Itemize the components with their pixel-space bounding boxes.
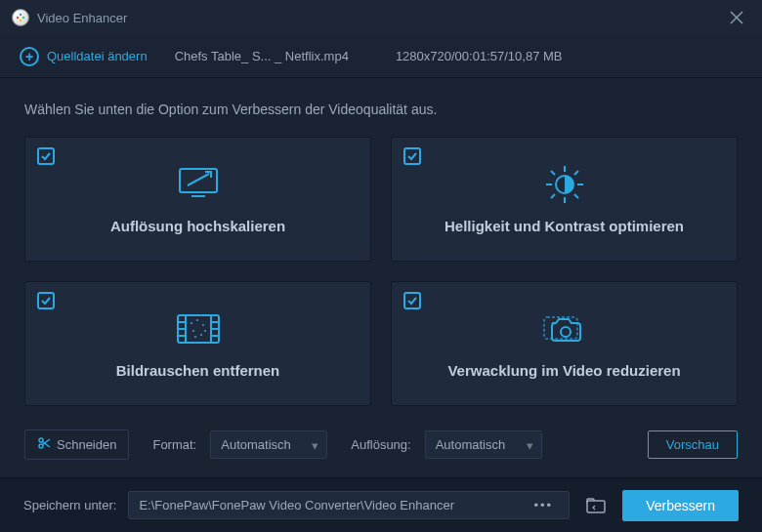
source-bar: + Quelldatei ändern Chefs Table_ S... _ …	[0, 35, 762, 78]
chevron-down-icon: ▾	[527, 437, 533, 452]
checkbox-brightness[interactable]	[403, 147, 421, 165]
preview-button[interactable]: Vorschau	[648, 430, 738, 459]
footer-bar: Speichern unter: E:\FonePaw\FonePaw Vide…	[0, 477, 762, 532]
card-label: Auflösung hochskalieren	[110, 218, 285, 234]
folder-icon	[586, 498, 606, 513]
browse-button[interactable]: •••	[529, 498, 560, 512]
option-cards: Auflösung hochskalieren Helligkeit und K…	[24, 137, 738, 406]
svg-point-0	[17, 17, 19, 19]
svg-point-35	[561, 327, 571, 337]
resolution-value: Automatisch	[436, 437, 506, 452]
svg-rect-34	[544, 317, 577, 339]
source-meta: 1280x720/00:01:57/10,87 MB	[396, 49, 563, 63]
card-label: Verwacklung im Video reduzieren	[447, 362, 680, 379]
check-icon	[40, 295, 52, 307]
close-button[interactable]	[723, 4, 750, 31]
svg-point-3	[20, 20, 21, 21]
instruction-text: Wählen Sie unten die Option zum Verbesse…	[24, 102, 738, 117]
svg-point-36	[39, 438, 43, 442]
close-icon	[730, 11, 743, 24]
svg-point-29	[202, 324, 204, 326]
svg-point-33	[194, 336, 196, 338]
chevron-down-icon: ▾	[312, 437, 318, 452]
card-label: Helligkeit und Kontrast optimieren	[444, 218, 684, 234]
sun-icon	[543, 165, 586, 204]
enhance-button[interactable]: Verbessern	[622, 490, 739, 521]
svg-point-28	[196, 319, 198, 321]
format-label: Format:	[152, 437, 196, 452]
svg-point-31	[200, 334, 202, 336]
monitor-arrow-icon	[176, 165, 221, 204]
window-title: Video Enhancer	[37, 11, 127, 25]
svg-point-37	[39, 444, 43, 448]
card-brightness-contrast[interactable]: Helligkeit und Kontrast optimieren	[391, 137, 738, 262]
app-logo-icon	[12, 9, 29, 26]
source-filename: Chefs Table_ S... _ Netflix.mp4	[175, 49, 349, 63]
svg-line-17	[574, 171, 578, 175]
format-value: Automatisch	[221, 437, 291, 452]
check-icon	[40, 150, 52, 162]
svg-rect-40	[587, 501, 605, 512]
save-path-value: E:\FonePaw\FonePaw Video Converter\Video…	[139, 498, 454, 512]
resolution-label: Auflösung:	[351, 437, 410, 452]
svg-line-15	[574, 194, 578, 198]
svg-line-8	[188, 174, 209, 185]
check-icon	[406, 150, 418, 162]
check-icon	[406, 295, 418, 307]
change-source-button[interactable]: + Quelldatei ändern	[20, 47, 148, 66]
card-label: Bildrauschen entfernen	[116, 362, 280, 379]
checkbox-shaking[interactable]	[403, 292, 421, 309]
save-path-field[interactable]: E:\FonePaw\FonePaw Video Converter\Video…	[128, 491, 570, 519]
checkbox-noise[interactable]	[37, 292, 55, 309]
cut-button[interactable]: Schneiden	[24, 430, 129, 460]
change-source-label: Quelldatei ändern	[47, 49, 148, 63]
resolution-select[interactable]: Automatisch ▾	[425, 430, 542, 459]
svg-line-16	[551, 194, 555, 198]
save-label: Speichern unter:	[23, 498, 116, 512]
card-remove-noise[interactable]: Bildrauschen entfernen	[24, 281, 371, 406]
main-panel: Wählen Sie unten die Option zum Verbesse…	[0, 78, 762, 475]
camera-shake-icon	[538, 309, 591, 348]
scissors-icon	[37, 436, 51, 453]
plus-icon: +	[20, 47, 39, 66]
svg-point-2	[22, 17, 24, 19]
card-upscale-resolution[interactable]: Auflösung hochskalieren	[24, 137, 371, 262]
card-reduce-shaking[interactable]: Verwacklung im Video reduzieren	[391, 281, 738, 406]
checkbox-upscale[interactable]	[37, 147, 55, 165]
open-folder-button[interactable]	[581, 492, 611, 519]
titlebar: Video Enhancer	[0, 0, 762, 35]
format-select[interactable]: Automatisch ▾	[210, 430, 327, 459]
svg-point-1	[20, 14, 21, 16]
film-noise-icon	[172, 309, 225, 348]
svg-point-32	[204, 330, 206, 332]
svg-point-27	[190, 322, 192, 324]
controls-row: Schneiden Format: Automatisch ▾ Auflösun…	[24, 430, 738, 460]
svg-line-14	[551, 171, 555, 175]
svg-point-30	[192, 330, 194, 332]
cut-label: Schneiden	[57, 437, 116, 452]
